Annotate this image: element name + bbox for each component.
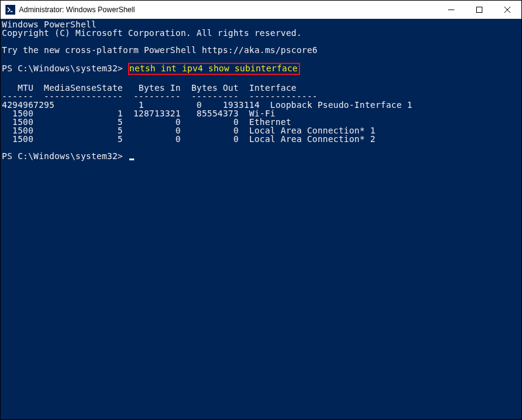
table-row: 1500 5 0 0 Local Area Connection* 1 <box>2 126 521 135</box>
minimize-button[interactable] <box>437 1 465 18</box>
window-controls <box>437 1 521 18</box>
prompt-text: PS C:\Windows\system32> <box>2 64 128 73</box>
table-row: 1500 5 0 0 Ethernet <box>2 118 521 126</box>
banner-line-3: Try the new cross-platform PowerShell ht… <box>2 46 521 54</box>
table-row: 4294967295 1 0 1933114 Loopback Pseudo-I… <box>2 101 521 109</box>
terminal-output[interactable]: Windows PowerShell Copyright (C) Microso… <box>1 19 521 419</box>
banner-line-2: Copyright (C) Microsoft Corporation. All… <box>2 29 521 37</box>
command-line-2: PS C:\Windows\system32> <box>2 152 521 160</box>
entered-command: netsh int ipv4 show subinterface <box>128 63 300 75</box>
table-row: 1500 5 0 0 Local Area Connection* 2 <box>2 135 521 143</box>
table-divider: ------ --------------- --------- -------… <box>2 92 521 101</box>
command-line-1: PS C:\Windows\system32> netsh int ipv4 s… <box>2 63 521 75</box>
close-button[interactable] <box>493 1 521 18</box>
svg-rect-0 <box>477 7 482 12</box>
table-row: 1500 1 128713321 85554373 Wi-Fi <box>2 109 521 118</box>
maximize-button[interactable] <box>465 1 493 18</box>
cursor <box>129 158 134 160</box>
prompt-text: PS C:\Windows\system32> <box>2 152 128 160</box>
powershell-icon <box>5 5 15 15</box>
window-title: Administrator: Windows PowerShell <box>19 5 437 14</box>
banner-line-1: Windows PowerShell <box>2 20 521 29</box>
titlebar[interactable]: Administrator: Windows PowerShell <box>1 1 521 19</box>
table-header: MTU MediaSenseState Bytes In Bytes Out I… <box>2 84 521 92</box>
